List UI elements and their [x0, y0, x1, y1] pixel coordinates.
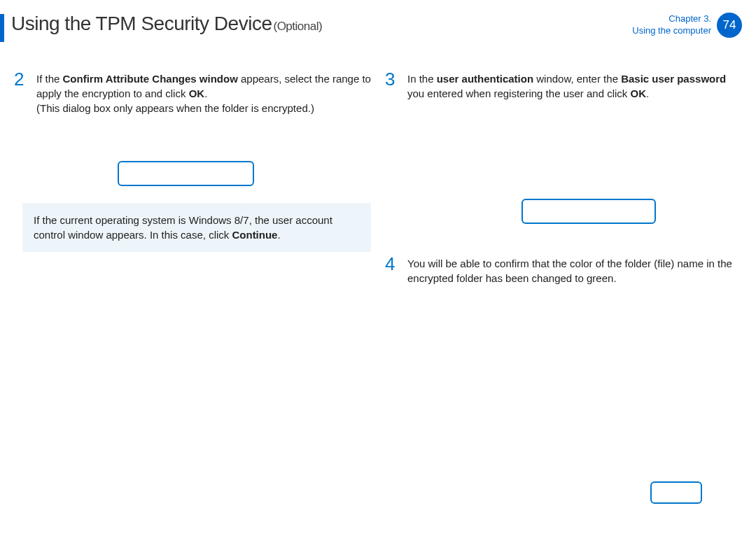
chapter-label: Chapter 3. — [632, 13, 711, 25]
info-note: If the current operating system is Windo… — [22, 203, 371, 252]
step-2-note: (This dialog box only appears when the f… — [36, 101, 371, 115]
step-4-text: You will be able to conﬁrm that the colo… — [407, 255, 742, 285]
page-number: 74 — [723, 18, 736, 32]
page-number-badge: 74 — [717, 13, 742, 38]
callout-box-right-top — [522, 199, 656, 224]
step-2-text: If the Conﬁrm Attribute Changes window a… — [36, 70, 371, 115]
step-4: 4 You will be able to conﬁrm that the co… — [385, 255, 742, 285]
step-3: 3 In the user authentication window, ent… — [385, 70, 742, 101]
content-area: 2 If the Conﬁrm Attribute Changes window… — [0, 42, 756, 299]
section-label: Using the computer — [632, 25, 711, 37]
title-accent-bar — [0, 14, 4, 42]
step-number-3: 3 — [385, 70, 400, 101]
step-number-2: 2 — [14, 70, 29, 115]
title-optional: (Optional) — [273, 20, 322, 33]
step-3-text: In the user authentication window, enter… — [407, 70, 742, 101]
page-title: Using the TPM Security Device(Optional) — [11, 13, 322, 35]
step-2: 2 If the Conﬁrm Attribute Changes window… — [14, 70, 371, 115]
title-main: Using the TPM Security Device — [11, 13, 272, 34]
right-column: 3 In the user authentication window, ent… — [385, 70, 742, 299]
callout-box-right-bottom — [650, 481, 702, 504]
header-right: Chapter 3. Using the computer 74 — [632, 13, 742, 38]
callout-box-left — [118, 161, 254, 186]
chapter-info: Chapter 3. Using the computer — [632, 13, 711, 37]
step-number-4: 4 — [385, 255, 400, 285]
title-bar: Using the TPM Security Device(Optional) — [0, 13, 632, 42]
page-header: Using the TPM Security Device(Optional) … — [0, 0, 756, 42]
